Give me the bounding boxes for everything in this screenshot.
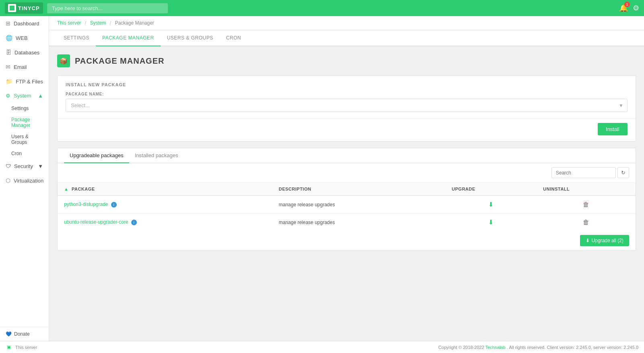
refresh-button[interactable]: ↻ [617,167,629,178]
logo-text: TINYCP [18,5,40,11]
tab-bar: SETTINGS PACKAGE MANAGER USERS & GROUPS … [49,30,644,46]
th-uninstall: UNINSTALL [537,183,636,196]
uninstall-button-0[interactable]: 🗑 [580,200,592,209]
notification-badge: 1 [624,2,630,7]
table-row: ubuntu-release-upgrader-core i manage re… [58,214,636,231]
pkg-desc-0: manage release upgrades [272,196,445,214]
sidebar-label-web: WEB [16,35,28,41]
table-row: python3-distupgrade i manage release upg… [58,196,636,214]
sidebar-group-security[interactable]: 🛡 Security ▼ [0,159,49,173]
databases-icon: 🗄 [6,49,11,56]
logo-box-inner [10,6,14,10]
package-name-select[interactable]: Select... [66,99,627,112]
footer-rights: . All rights reserved. Client version: 2… [507,345,638,350]
upgrade-button-1[interactable]: ⬇ [486,218,496,227]
pkg-name-1: ubuntu-release-upgrader-core [64,219,128,225]
sidebar: ⊞ Dashboard 🌐 WEB 🗄 Databases ✉ Email 📁 … [0,16,49,341]
breadcrumb-system[interactable]: System [90,20,106,26]
footer-copyright: Copyright © 2018-2022 [438,345,484,350]
sidebar-item-email[interactable]: ✉ Email [0,60,49,74]
install-btn-row: Install [58,118,636,141]
donate-icon: 💙 [6,331,12,337]
sidebar-donate[interactable]: 💙 Donate [0,327,49,341]
logo[interactable]: TINYCP [5,2,43,14]
sort-arrow-icon: ▲ [64,187,68,191]
upgrade-cell-1: ⬇ [445,214,537,231]
pkg-name-cell: ubuntu-release-upgrader-core i [58,214,272,231]
package-toolbar: ↻ [58,163,636,183]
upgrade-all-button[interactable]: ⬇ Upgrade all (2) [580,235,629,246]
sidebar-sub-system: Settings Package Manager Users & Groups … [0,103,49,159]
sidebar-item-web[interactable]: 🌐 WEB [0,31,49,45]
breadcrumb-sep-2: / [110,20,111,26]
sidebar-label-users-groups: Users & Groups [11,134,29,145]
sidebar-item-cron[interactable]: Cron [6,148,49,159]
sidebar-label-donate: Donate [14,331,30,337]
footer-right: Copyright © 2018-2022 Technalab . All ri… [438,345,638,350]
tab-upgradeable-packages[interactable]: Upgradeable packages [64,148,129,163]
sidebar-item-users-groups[interactable]: Users & Groups [6,131,49,148]
content-area: 📦 PACKAGE MANAGER INSTALL NEW PACKAGE PA… [49,46,644,341]
breadcrumb-this-server[interactable]: This server [57,20,81,26]
search-input[interactable] [47,3,168,13]
th-upgrade: UPGRADE [445,183,537,196]
page-title: PACKAGE MANAGER [75,56,164,66]
table-header: ▲ PACKAGE DESCRIPTION UPGRADE UNINSTALL [58,183,636,196]
sidebar-item-ftp-files[interactable]: 📁 FTP & Files [0,74,49,89]
upgrade-cell-0: ⬇ [445,196,537,214]
virtualization-icon: ⬡ [6,177,10,184]
sidebar-label-ftp: FTP & Files [16,79,43,85]
info-icon-0[interactable]: i [111,202,117,208]
breadcrumb-current: Package Manager [115,20,154,26]
page-title-row: 📦 PACKAGE MANAGER [57,54,636,67]
footer-server-label: This server [15,345,37,350]
pkg-name-0: python3-distupgrade [64,201,108,207]
footer-left: ▣ This server [6,344,37,351]
sidebar-label-system: System [14,93,31,99]
upgrade-all-row: ⬇ Upgrade all (2) [58,231,636,250]
packages-table: ▲ PACKAGE DESCRIPTION UPGRADE UNINSTALL … [58,183,636,231]
package-name-label: PACKAGE NAME: [66,92,627,96]
server-icon: ▣ [6,344,12,351]
tab-package-manager[interactable]: PACKAGE MANAGER [96,30,161,46]
ftp-icon: 📁 [6,78,12,85]
install-button[interactable]: Install [598,123,627,135]
sidebar-item-settings[interactable]: Settings [6,103,49,114]
sidebar-item-dashboard[interactable]: ⊞ Dashboard [0,16,49,31]
footer-company-link[interactable]: Technalab [485,345,506,350]
upgrade-button-0[interactable]: ⬇ [486,200,496,209]
sidebar-label-email: Email [14,64,27,70]
logo-box [8,4,16,12]
tab-installed-packages[interactable]: Installed packages [129,148,184,163]
tab-cron[interactable]: CRON [220,30,248,46]
breadcrumb-sep-1: / [85,20,86,26]
pkg-name-cell: python3-distupgrade i [58,196,272,214]
email-icon: ✉ [6,64,10,70]
info-icon-1[interactable]: i [131,220,137,225]
breadcrumb: This server / System / Package Manager [49,16,644,30]
sidebar-item-package-manager[interactable]: Package Manager [6,114,49,131]
chevron-up-icon: ▲ [38,93,43,99]
th-package: ▲ PACKAGE [58,183,272,196]
sidebar-group-system[interactable]: ⚙ System ▲ [0,89,49,103]
sidebar-label-cron: Cron [11,151,22,156]
install-section: INSTALL NEW PACKAGE PACKAGE NAME: Select… [58,76,636,118]
sidebar-label-virtualization: Virtualization [14,178,43,184]
sidebar-label-package-manager: Package Manager [11,117,30,128]
upgrade-all-label: Upgrade all (2) [592,238,623,243]
dashboard-icon: ⊞ [6,20,10,27]
uninstall-cell-0: 🗑 [537,196,636,214]
footer: ▣ This server Copyright © 2018-2022 Tech… [0,341,644,353]
tab-users-groups[interactable]: USERS & GROUPS [161,30,220,46]
security-icon: 🛡 [6,163,11,169]
uninstall-button-1[interactable]: 🗑 [580,218,592,227]
web-icon: 🌐 [6,35,12,41]
notification-icon[interactable]: 🔔 1 [619,4,628,12]
sidebar-spacer [0,188,49,327]
sidebar-item-databases[interactable]: 🗄 Databases [0,45,49,60]
package-search-input[interactable] [551,167,616,178]
settings-icon[interactable]: ⚙ [633,4,639,12]
sidebar-item-virtualization[interactable]: ⬡ Virtualization [0,173,49,188]
tab-settings[interactable]: SETTINGS [57,30,96,46]
sidebar-label-settings: Settings [11,106,29,111]
